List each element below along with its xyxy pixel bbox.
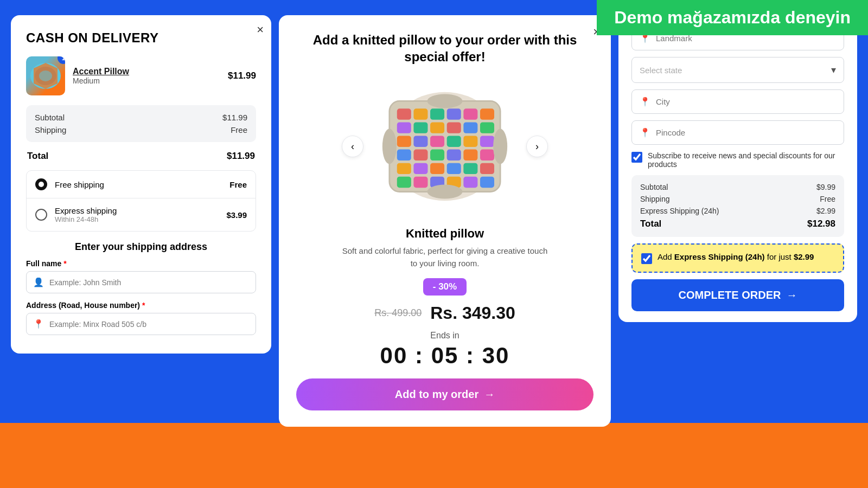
- price-original: Rs. 499.00: [374, 307, 422, 319]
- svg-rect-35: [480, 163, 494, 174]
- svg-point-45: [427, 94, 463, 108]
- address-label: Address (Road, House number) *: [26, 301, 256, 310]
- mid-product-desc: Soft and colorful fabric, perfect for gi…: [342, 245, 548, 269]
- right-panel: 📍 Select state ▾ 📍 📍 Subscribe to receiv…: [618, 15, 857, 322]
- chevron-down-icon: ▾: [831, 64, 836, 76]
- svg-rect-9: [447, 109, 461, 120]
- express-box-text: Add Express Shipping (24h) for just $2.9…: [658, 252, 814, 261]
- complete-order-button[interactable]: COMPLETE ORDER →: [631, 279, 844, 311]
- express-shipping-sub: Within 24-48h: [55, 215, 219, 223]
- svg-rect-21: [447, 136, 461, 147]
- free-shipping-main: Free shipping: [55, 180, 222, 189]
- free-shipping-radio[interactable]: [35, 178, 47, 190]
- subscribe-checkbox[interactable]: [631, 152, 642, 163]
- pincode-input[interactable]: [656, 128, 836, 137]
- complete-order-arrow: →: [786, 289, 797, 301]
- express-shipping-box: Add Express Shipping (24h) for just $2.9…: [631, 243, 844, 273]
- subtotal-row: Subtotal $11.99: [35, 113, 247, 122]
- svg-rect-37: [413, 177, 427, 188]
- svg-rect-23: [480, 136, 494, 147]
- svg-rect-16: [463, 123, 477, 133]
- svg-rect-34: [463, 163, 477, 174]
- product-thumbnail: 1: [26, 56, 65, 95]
- svg-rect-19: [413, 136, 427, 147]
- right-express-row: Express Shipping (24h) $2.99: [640, 207, 835, 215]
- svg-rect-41: [480, 177, 494, 188]
- pillow-image-area: [369, 76, 521, 217]
- right-total-value: $12.98: [807, 219, 835, 229]
- right-shipping-value: Free: [820, 195, 835, 203]
- svg-rect-18: [397, 136, 411, 147]
- total-row: Total $11.99: [26, 151, 256, 162]
- svg-rect-6: [397, 109, 411, 120]
- demo-banner: Demo mağazamızda deneyin: [597, 0, 868, 35]
- svg-rect-13: [413, 123, 427, 133]
- express-shipping-radio[interactable]: [35, 209, 47, 221]
- svg-point-43: [382, 129, 397, 164]
- right-summary-box: Subtotal $9.99 Shipping Free Express Shi…: [631, 175, 844, 237]
- svg-point-3: [39, 70, 52, 81]
- knitted-pillow-svg: [374, 79, 515, 214]
- right-subtotal-label: Subtotal: [640, 183, 668, 191]
- carousel-next-button[interactable]: ›: [526, 136, 548, 157]
- svg-rect-26: [430, 150, 444, 160]
- pillow-svg: [28, 60, 63, 92]
- location-icon-city: 📍: [640, 97, 650, 107]
- product-row: 1 Accent Pillow Medium $11.99: [26, 56, 256, 95]
- shipping-row: Shipping Free: [35, 125, 247, 134]
- right-subtotal-row: Subtotal $9.99: [640, 183, 835, 191]
- location-icon-address: 📍: [33, 319, 44, 329]
- offer-title: Add a knitted pillow to your order with …: [296, 31, 593, 65]
- add-order-label: Add to my order: [395, 388, 478, 401]
- svg-rect-8: [430, 109, 444, 120]
- price-area: Rs. 499.00 Rs. 349.30: [374, 303, 515, 323]
- svg-point-46: [427, 185, 463, 199]
- product-info: Accent Pillow Medium: [73, 67, 129, 85]
- shipping-options: Free shipping Free Express shipping With…: [26, 170, 256, 232]
- mid-panel: × Add a knitted pillow to your order wit…: [279, 15, 611, 427]
- svg-rect-32: [430, 163, 444, 174]
- left-summary-box: Subtotal $11.99 Shipping Free: [26, 105, 256, 142]
- city-input[interactable]: [656, 97, 836, 106]
- express-shipping-checkbox[interactable]: [641, 253, 652, 264]
- address-input[interactable]: [49, 320, 249, 329]
- add-order-button[interactable]: Add to my order →: [296, 378, 593, 410]
- svg-rect-17: [480, 123, 494, 133]
- svg-rect-20: [430, 136, 444, 147]
- svg-rect-40: [463, 177, 477, 188]
- product-price: $11.99: [228, 70, 256, 81]
- express-shipping-label: Express shipping Within 24-48h: [55, 206, 219, 223]
- city-input-row: 📍: [631, 89, 844, 114]
- person-icon: 👤: [33, 277, 44, 287]
- express-shipping-option[interactable]: Express shipping Within 24-48h $3.99: [27, 198, 256, 231]
- left-panel-close-button[interactable]: ×: [257, 23, 264, 37]
- right-subtotal-value: $9.99: [816, 183, 835, 191]
- location-icon-pincode: 📍: [640, 127, 650, 138]
- svg-rect-31: [413, 163, 427, 174]
- svg-rect-30: [397, 163, 411, 174]
- subscribe-text: Subscribe to receive news and special di…: [648, 151, 844, 169]
- svg-rect-29: [480, 150, 494, 160]
- right-express-value: $2.99: [816, 207, 835, 215]
- free-shipping-option[interactable]: Free shipping Free: [27, 171, 256, 198]
- svg-rect-10: [463, 109, 477, 120]
- express-shipping-price: $3.99: [226, 210, 247, 220]
- right-shipping-label: Shipping: [640, 195, 670, 203]
- address-input-wrap: 📍: [26, 313, 256, 335]
- state-select-row: Select state ▾: [631, 57, 844, 83]
- total-label: Total: [27, 151, 48, 162]
- svg-rect-33: [447, 163, 461, 174]
- full-name-input[interactable]: [49, 278, 249, 287]
- subscribe-row: Subscribe to receive news and special di…: [631, 151, 844, 169]
- svg-rect-36: [397, 177, 411, 188]
- left-panel: CASH ON DELIVERY × 1 Accent Pillow Mediu…: [11, 15, 271, 354]
- carousel-prev-button[interactable]: ‹: [342, 136, 363, 157]
- ends-in-label: Ends in: [430, 331, 459, 341]
- shipping-label: Shipping: [35, 125, 66, 134]
- product-name: Accent Pillow: [73, 67, 129, 76]
- discount-badge: - 30%: [423, 278, 467, 296]
- state-select[interactable]: Select state: [640, 66, 826, 75]
- carousel-area: ‹: [296, 76, 593, 217]
- complete-order-label: COMPLETE ORDER: [679, 289, 781, 301]
- free-shipping-label: Free shipping: [55, 180, 222, 189]
